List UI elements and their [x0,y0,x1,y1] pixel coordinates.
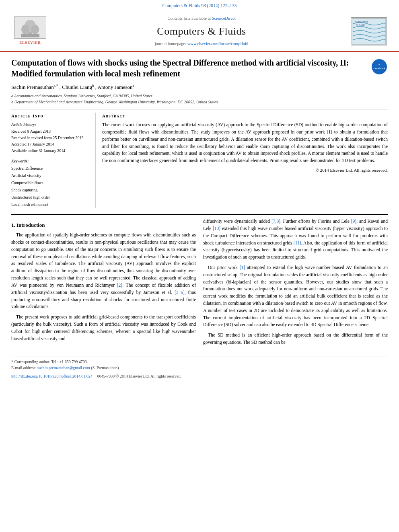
keyword-4: Shock capturing [11,187,90,194]
ref2-link[interactable]: [2] [117,283,122,288]
ref10-link[interactable]: [10] [213,226,220,231]
section1-heading: 1. Introduction [11,221,196,229]
keywords-list: Spectral Difference Artificial viscosity… [11,165,90,208]
article-info-title: Article Info [11,113,90,119]
ref11-link[interactable]: [11] [294,240,301,245]
author1-sup: a,* [54,84,58,88]
email-link[interactable]: sachin.premasuthan@gmail.com [37,366,90,370]
publisher-logo-area: ELSEVIER [8,16,52,46]
crossmark-image: ✓CrossMark [372,59,387,74]
footer-divider [11,357,388,357]
elsevier-tree-image [14,16,46,39]
author3-name: , Antony Jameson [95,84,133,90]
ref7-8-link[interactable]: [7,8] [271,219,280,224]
crossmark-label: ✓CrossMark [373,63,385,70]
doi-link[interactable]: http://dx.doi.org/10.1016/j.compfluid.20… [11,373,93,379]
authors-line: Sachin Premasuthana,* , Chunlei Liangb ,… [11,83,388,91]
keyword-5: Unstructured high order [11,194,90,201]
sciencedirect-link[interactable]: ScienceDirect [212,16,236,21]
body-column-left: 1. Introduction The application of spati… [11,218,196,349]
right-para2: Our prior work [1] attempted to extend t… [203,264,388,329]
keyword-3: Compressible flows [11,179,90,187]
footer-notes: * Corresponding author. Tel.: +1 650 799… [0,359,399,372]
body-divider [11,214,388,215]
history-label: Article history: [11,121,90,127]
revised-date: Received in revised form 25 December 201… [11,135,90,141]
svg-text:& fluids: & fluids [356,24,365,27]
ref9-link[interactable]: [9] [351,219,356,224]
journal-ref-text: Computers & Fluids 98 (2014) 122–133 [162,3,237,8]
journal-homepage: journal homepage: www.elsevier.com/locat… [56,41,347,47]
tree-svg [15,17,45,38]
affiliation-a: a Aeronautics and Astronautics, Stanford… [11,93,388,99]
keywords-label: Keywords: [11,158,90,164]
author1-name: Sachin Premasuthan [11,84,54,90]
affiliation-b: b Department of Mechanical and Aerospace… [11,99,388,105]
keyword-2: Artificial viscosity [11,172,90,179]
elsevier-logo: ELSEVIER [8,16,52,46]
article-title-section: Computation of flows with shocks using t… [11,58,388,79]
abstract-title: Abstract [102,113,388,119]
article-title: Computation of flows with shocks using t… [11,58,367,79]
right-para1: diffusivity were dynamically added [7,8]… [203,218,388,261]
keyword-6: Local mesh refinement [11,201,90,208]
crossmark-badge[interactable]: ✓CrossMark [372,59,388,74]
body-columns: 1. Introduction The application of spati… [11,218,388,349]
journal-reference: Computers & Fluids 98 (2014) 122–133 [0,0,399,11]
issn-note: 0045-7930/© 2014 Elsevier Ltd. All right… [97,373,181,379]
author3-sup: a [133,84,134,88]
copyright-line: © 2014 Elsevier Ltd. All rights reserved… [102,167,388,174]
journal-name: Computers & Fluids [56,23,347,39]
affiliations: a Aeronautics and Astronautics, Stanford… [11,93,388,105]
intro-para2: The present work proposes to add artific… [11,314,196,342]
section-divider [11,109,388,109]
journal-cover-image: computers & fluids [351,17,387,45]
footer-links: http://dx.doi.org/10.1016/j.compfluid.20… [0,372,399,382]
ref1-link[interactable]: [1] [240,265,245,270]
corresponding-note: * Corresponding author. Tel.: +1 650 799… [11,359,388,365]
email-line: E-mail address: sachin.premasuthan@gmail… [11,365,388,371]
info-abstract-section: Article Info Article history: Received 8… [11,113,388,209]
elsevier-wordmark: ELSEVIER [19,40,41,46]
svg-rect-4 [21,34,39,37]
svg-point-2 [21,25,29,34]
contents-line: Contents lists available at ScienceDirec… [56,15,347,22]
ref3-6-link[interactable]: [3–6] [175,290,185,295]
right-para3: The SD method is an efficient high-order… [203,332,388,346]
homepage-link[interactable]: www.elsevier.com/locate/compfluid [187,41,249,46]
abstract-section: Abstract The current work focuses on app… [102,113,388,209]
svg-point-3 [31,25,39,34]
journal-header: ELSEVIER Contents lists available at Sci… [0,11,399,52]
available-date: Available online 31 January 2014 [11,148,90,154]
article-info-panel: Article Info Article history: Received 8… [11,113,96,209]
author2-sup: b [92,84,94,88]
accepted-date: Accepted 17 January 2014 [11,141,90,148]
journal-thumbnail: computers & fluids [351,17,391,45]
received-date: Received 8 August 2013 [11,128,90,135]
intro-para1: The application of spatially high-order … [11,232,196,310]
abstract-text: The current work focuses on applying an … [102,121,388,164]
journal-cover-svg: computers & fluids [351,18,387,45]
article-main: Computation of flows with shocks using t… [0,52,399,353]
keyword-1: Spectral Difference [11,165,90,172]
svg-text:computers: computers [355,20,368,23]
author2-name: , Chunlei Liang [60,84,92,90]
journal-title-area: Contents lists available at ScienceDirec… [56,15,347,47]
body-column-right: diffusivity were dynamically added [7,8]… [203,218,388,349]
